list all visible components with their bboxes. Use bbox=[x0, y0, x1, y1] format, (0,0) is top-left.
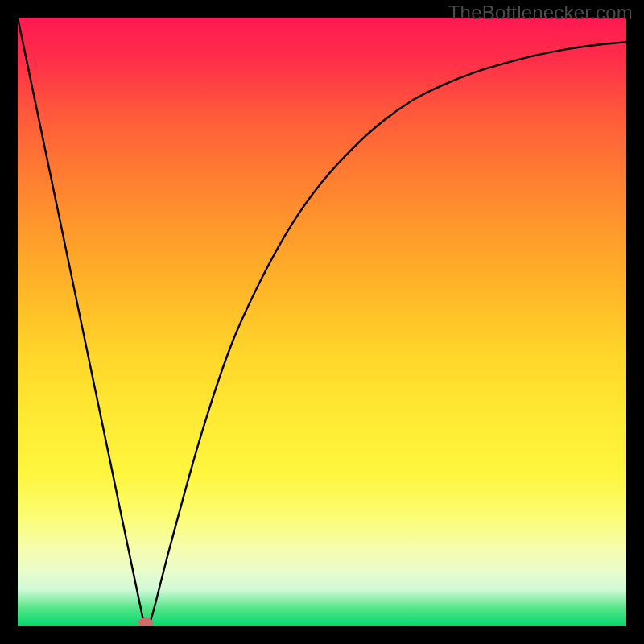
bottleneck-curve bbox=[18, 18, 626, 626]
chart-container: TheBottlenecker.com bbox=[0, 0, 644, 644]
plot-area bbox=[18, 18, 626, 626]
curve-overlay bbox=[18, 18, 626, 626]
watermark-text: TheBottlenecker.com bbox=[448, 2, 633, 24]
